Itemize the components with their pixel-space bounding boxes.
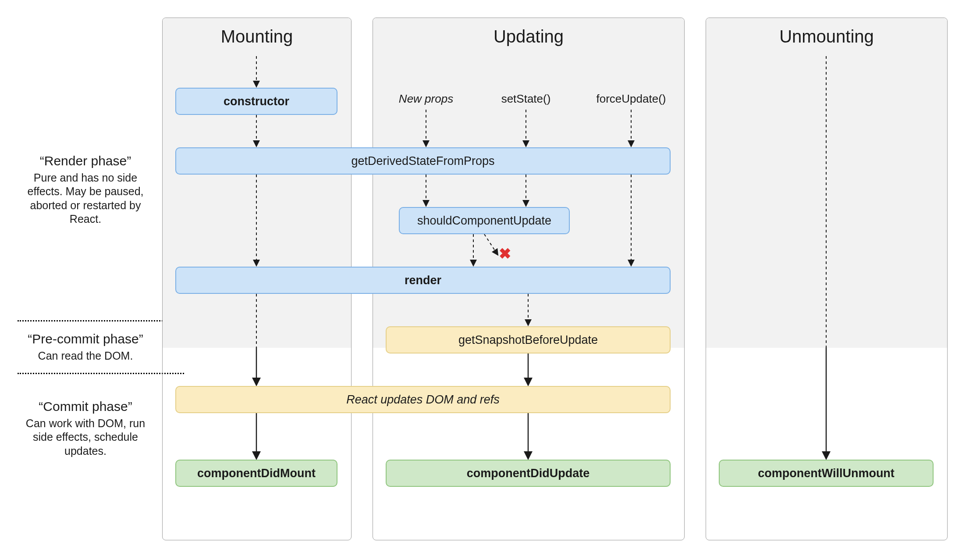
x-icon: ✖: [499, 245, 511, 262]
box-getderivedstatefromprops: getDerivedStateFromProps: [175, 147, 671, 175]
box-render: render: [175, 267, 671, 294]
trigger-new-props: New props: [391, 92, 461, 106]
box-componentdidupdate: componentDidUpdate: [386, 460, 671, 487]
box-getsnapshotbeforeupdate: getSnapshotBeforeUpdate: [386, 326, 671, 353]
box-shouldcomponentupdate: shouldComponentUpdate: [399, 207, 570, 234]
trigger-forceupdate: forceUpdate(): [587, 92, 675, 106]
column-updating-title: Updating: [373, 27, 684, 46]
svg-line-13: [484, 234, 497, 254]
column-mounting-title: Mounting: [163, 27, 351, 46]
box-react-updates-dom: React updates DOM and refs: [175, 386, 671, 413]
trigger-setstate: setState(): [491, 92, 561, 106]
column-unmounting-title: Unmounting: [706, 27, 947, 46]
box-componentdidmount: componentDidMount: [175, 460, 337, 487]
box-constructor: constructor: [175, 88, 337, 115]
box-componentwillunmount: componentWillUnmount: [719, 460, 934, 487]
